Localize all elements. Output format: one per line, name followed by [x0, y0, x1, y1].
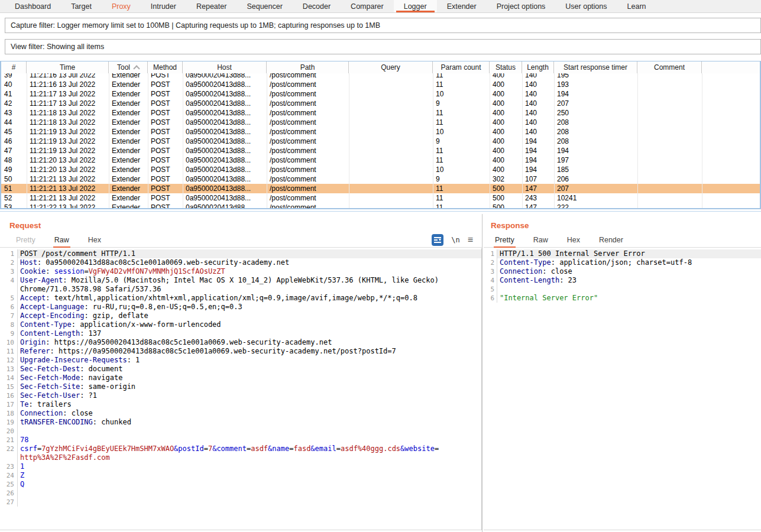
- column-header-path[interactable]: Path: [267, 61, 349, 73]
- menu-item-proxy[interactable]: Proxy: [102, 0, 141, 12]
- menu-item-intruder[interactable]: Intruder: [141, 0, 186, 12]
- table-row-selected[interactable]: 5111:21:21 13 Jul 2022ExtenderPOST0a9500…: [1, 184, 761, 193]
- table-row[interactable]: 5011:21:21 13 Jul 2022ExtenderPOST0a9500…: [1, 174, 761, 184]
- line-text: Sec-Fetch-Site: same-origin: [18, 382, 481, 391]
- cell-length: 140: [522, 127, 554, 137]
- cell-comment: [637, 99, 702, 108]
- cell-host: 0a9500020413d88...: [183, 174, 267, 184]
- cell-: 50: [1, 174, 27, 184]
- response-tab-render[interactable]: Render: [598, 236, 624, 247]
- panel-splitter[interactable]: [482, 214, 482, 532]
- capture-filter-bar[interactable]: Capture filter: Logger memory limit set …: [5, 18, 761, 33]
- cell-host: 0a9500020413d88...: [183, 80, 267, 89]
- column-header-host[interactable]: Host: [183, 61, 267, 73]
- table-row[interactable]: 5211:21:21 13 Jul 2022ExtenderPOST0a9500…: [1, 193, 761, 203]
- menu-item-dashboard[interactable]: Dashboard: [5, 0, 61, 12]
- line-number: [0, 285, 18, 294]
- table-row[interactable]: 4811:21:20 13 Jul 2022ExtenderPOST0a9500…: [1, 155, 761, 165]
- column-header-start-response-timer[interactable]: Start response timer: [554, 61, 637, 73]
- editor-line: 5Accept: text/html,application/xhtml+xml…: [0, 294, 481, 303]
- column-separator: [148, 73, 148, 209]
- line-text: "Internal Server Error": [497, 294, 761, 303]
- menu-item-extender[interactable]: Extender: [437, 0, 487, 12]
- cell-query: [349, 174, 433, 184]
- cell-: 46: [1, 137, 27, 146]
- table-row[interactable]: 4211:21:17 13 Jul 2022ExtenderPOST0a9500…: [1, 99, 761, 108]
- column-separator: [109, 73, 109, 209]
- request-tab-pretty[interactable]: Pretty: [15, 236, 37, 247]
- line-text: Cookie: session=VgFWy4D2vMfON7vMNMhjQ1Sc…: [18, 267, 481, 276]
- menu-item-comparer[interactable]: Comparer: [341, 0, 394, 12]
- cell-status: 400: [490, 155, 522, 165]
- cell-query: [349, 108, 433, 118]
- cell-tool: Extender: [109, 137, 148, 146]
- cell-host: 0a9500020413d88...: [183, 193, 267, 203]
- table-row[interactable]: 4711:21:19 13 Jul 2022ExtenderPOST0a9500…: [1, 146, 761, 155]
- request-tab-raw[interactable]: Raw: [53, 236, 70, 247]
- column-header-method[interactable]: Method: [148, 61, 183, 73]
- column-separator: [349, 73, 349, 209]
- response-tab-raw[interactable]: Raw: [532, 236, 549, 247]
- table-row[interactable]: 4011:21:16 13 Jul 2022ExtenderPOST0a9500…: [1, 80, 761, 89]
- editor-menu-icon[interactable]: ≡: [468, 236, 473, 244]
- table-body[interactable]: 3911:21:16 13 Jul 2022ExtenderPOST0a9500…: [1, 73, 761, 209]
- response-tab-pretty[interactable]: Pretty: [494, 236, 516, 247]
- cell-time: 11:21:20 13 Jul 2022: [27, 165, 109, 174]
- cell-comment: [637, 137, 702, 146]
- request-editor[interactable]: 1POST /post/comment HTTP/1.12Host: 0a950…: [0, 248, 482, 530]
- cell-tool: Extender: [109, 127, 148, 137]
- cell-method: POST: [148, 108, 183, 118]
- response-editor[interactable]: 1HTTP/1.1 500 Internal Server Error2Cont…: [484, 248, 761, 530]
- table-header-row: #TimeToolMethodHostPathQueryParam countS…: [1, 61, 761, 73]
- menu-item-logger[interactable]: Logger: [394, 0, 437, 12]
- editor-line-highlighted: 1HTTP/1.1 500 Internal Server Error: [484, 249, 761, 258]
- cell-path: /post/comment: [267, 174, 349, 184]
- cell-comment: [637, 89, 702, 99]
- cell-host: 0a9500020413d88...: [183, 108, 267, 118]
- editor-line: 231: [0, 462, 481, 471]
- column-header-comment[interactable]: Comment: [637, 61, 702, 73]
- menu-item-user-options[interactable]: User options: [555, 0, 617, 12]
- editor-line: 6Accept-Language: ru-RU,ru;q=0.8,en-US;q…: [0, 303, 481, 312]
- cell-method: POST: [148, 193, 183, 203]
- table-row[interactable]: 4411:21:18 13 Jul 2022ExtenderPOST0a9500…: [1, 118, 761, 127]
- menu-item-target[interactable]: Target: [61, 0, 102, 12]
- cell-status: 400: [490, 146, 522, 155]
- column-header-status[interactable]: Status: [490, 61, 522, 73]
- menu-item-repeater[interactable]: Repeater: [186, 0, 237, 12]
- view-filter-bar[interactable]: View filter: Showing all items: [5, 39, 761, 54]
- table-row[interactable]: 4611:21:19 13 Jul 2022ExtenderPOST0a9500…: [1, 137, 761, 146]
- pretty-print-icon[interactable]: [432, 234, 443, 246]
- line-text: Content-Length: 23: [497, 276, 761, 285]
- table-row[interactable]: 4311:21:18 13 Jul 2022ExtenderPOST0a9500…: [1, 108, 761, 118]
- column-header-param-count[interactable]: Param count: [433, 61, 490, 73]
- editor-line: 16Sec-Fetch-User: ?1: [0, 391, 481, 400]
- column-header-length[interactable]: Length: [522, 61, 554, 73]
- table-row[interactable]: 5311:21:22 13 Jul 2022ExtenderPOST0a9500…: [1, 203, 761, 209]
- table-row[interactable]: 4911:21:20 13 Jul 2022ExtenderPOST0a9500…: [1, 165, 761, 174]
- nonprinting-chars-icon[interactable]: \n: [451, 236, 459, 244]
- table-row[interactable]: 4511:21:19 13 Jul 2022ExtenderPOST0a9500…: [1, 127, 761, 137]
- cell-param-count: 11: [433, 80, 490, 89]
- menu-item-learn[interactable]: Learn: [617, 0, 656, 12]
- response-panel-title: Response: [491, 221, 529, 230]
- menu-item-decoder[interactable]: Decoder: [293, 0, 341, 12]
- column-header-time[interactable]: Time: [27, 61, 109, 73]
- column-header-[interactable]: #: [1, 61, 27, 73]
- column-header-query[interactable]: Query: [349, 61, 433, 73]
- table-row[interactable]: 3911:21:16 13 Jul 2022ExtenderPOST0a9500…: [1, 73, 761, 80]
- cell-path: /post/comment: [267, 73, 349, 80]
- cell-param-count: 11: [433, 193, 490, 203]
- request-tab-hex[interactable]: Hex: [87, 236, 102, 247]
- menu-item-sequencer[interactable]: Sequencer: [237, 0, 292, 12]
- cell-start-response-timer: 195: [554, 73, 637, 80]
- column-header-tool[interactable]: Tool: [109, 61, 148, 73]
- response-tab-hex[interactable]: Hex: [566, 236, 581, 247]
- response-tab-bar: PrettyRawHexRender: [484, 235, 761, 248]
- menu-item-project-options[interactable]: Project options: [487, 0, 556, 12]
- line-text: Connection: close: [497, 267, 761, 276]
- editor-line: 12Upgrade-Insecure-Requests: 1: [0, 356, 481, 365]
- view-filter-text: View filter: Showing all items: [11, 43, 104, 51]
- cell-param-count: 9: [433, 174, 490, 184]
- table-row[interactable]: 4111:21:17 13 Jul 2022ExtenderPOST0a9500…: [1, 89, 761, 99]
